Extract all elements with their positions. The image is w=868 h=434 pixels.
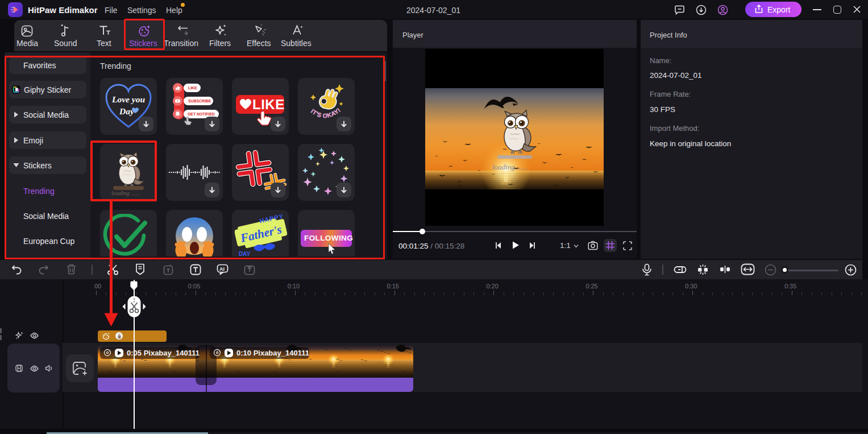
svg-text:AI: AI (219, 266, 225, 272)
